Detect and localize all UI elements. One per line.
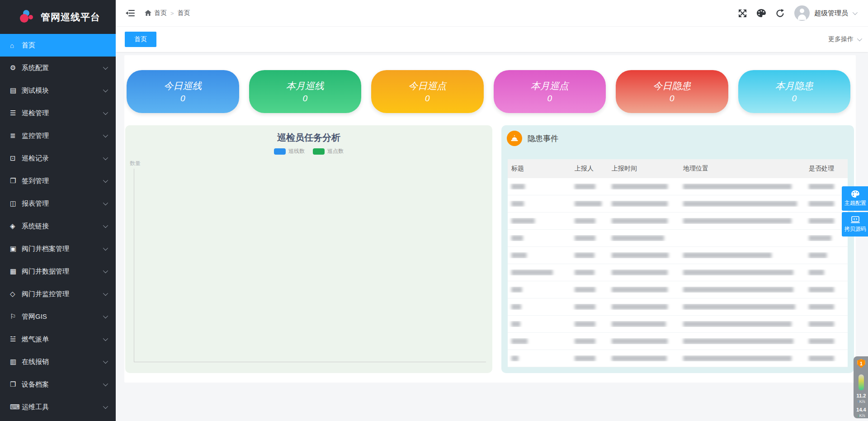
tab-bar: 首页 更多操作 bbox=[116, 27, 868, 52]
incident-table-row[interactable] bbox=[508, 350, 848, 367]
incident-table-row[interactable] bbox=[508, 195, 848, 213]
incident-cell-redacted bbox=[679, 304, 805, 310]
incident-cell-redacted bbox=[805, 270, 848, 275]
tab-home[interactable]: 首页 bbox=[125, 32, 156, 47]
sidebar-item[interactable]: ▤测试模块 bbox=[0, 79, 116, 102]
sidebar-item[interactable]: ☱燃气派单 bbox=[0, 328, 116, 350]
stat-card-label: 今日巡点 bbox=[408, 80, 446, 92]
incident-cell-redacted bbox=[679, 218, 805, 224]
incident-table-row[interactable] bbox=[508, 178, 848, 195]
legend-item[interactable]: 巡线数 bbox=[274, 147, 305, 155]
redacted-text-block bbox=[511, 252, 527, 258]
sidebar: 管网巡线平台 ⌂首页⚙系统配置▤测试模块☰巡检管理≣监控管理⊡巡检记录❐签到管理… bbox=[0, 0, 116, 421]
redacted-text-block bbox=[809, 201, 834, 207]
sidebar-item[interactable]: ▥在线报销 bbox=[0, 350, 116, 373]
redacted-text-block bbox=[683, 287, 793, 293]
upload-speed: 11.2 ↑K/s bbox=[857, 393, 866, 404]
user-menu[interactable]: 超级管理员 bbox=[794, 5, 856, 21]
incident-cell-redacted bbox=[608, 304, 679, 310]
incident-table-row[interactable] bbox=[508, 230, 848, 247]
redacted-text-block bbox=[575, 252, 594, 258]
incident-table-row[interactable] bbox=[508, 298, 848, 316]
app-root: 管网巡线平台 ⌂首页⚙系统配置▤测试模块☰巡检管理≣监控管理⊡巡检记录❐签到管理… bbox=[0, 0, 868, 421]
stat-card-value: 0 bbox=[670, 94, 675, 104]
sidebar-item-label: 阀门井档案管理 bbox=[22, 245, 103, 253]
stat-card-value: 0 bbox=[547, 94, 552, 104]
breadcrumb-home[interactable]: 首页 bbox=[145, 9, 167, 17]
sidebar-item[interactable]: ⌨运维工具 bbox=[0, 396, 116, 418]
chevron-down-icon bbox=[103, 246, 108, 251]
book-icon: ❐ bbox=[10, 177, 22, 185]
sidebar-item[interactable]: ◈系统链接 bbox=[0, 215, 116, 237]
content-area: 今日巡线0本月巡线0今日巡点0本月巡点0今日隐患0本月隐患0 巡检员任务分析 巡… bbox=[116, 52, 868, 421]
incident-cell-redacted bbox=[679, 338, 805, 344]
clipboard-icon: ▣ bbox=[10, 245, 22, 253]
sidebar-item-label: 阀门井监控管理 bbox=[22, 290, 103, 298]
sidebar-item[interactable]: ⊡巡检记录 bbox=[0, 147, 116, 170]
sidebar-item[interactable]: ⚐管网GIS bbox=[0, 305, 116, 328]
incident-table-row[interactable] bbox=[508, 264, 848, 281]
incident-table-row[interactable] bbox=[508, 213, 848, 230]
incident-cell-redacted bbox=[508, 235, 571, 241]
box-icon: ◇ bbox=[10, 290, 22, 298]
redacted-text-block bbox=[683, 304, 795, 310]
sidebar-item[interactable]: ◇阀门井监控管理 bbox=[0, 283, 116, 305]
redacted-text-block bbox=[683, 201, 797, 207]
sidebar-item[interactable]: ◫报表管理 bbox=[0, 192, 116, 215]
stat-card: 本月隐患0 bbox=[738, 70, 851, 113]
sidebar-item[interactable]: ≣监控管理 bbox=[0, 124, 116, 147]
redacted-text-block bbox=[683, 355, 792, 361]
incident-cell-redacted bbox=[508, 304, 571, 310]
legend-label: 巡点数 bbox=[327, 147, 344, 155]
chevron-down-icon bbox=[103, 200, 108, 205]
incident-cell-redacted bbox=[608, 235, 679, 241]
sidebar-item-label: 测试模块 bbox=[22, 86, 103, 95]
incident-table-row[interactable] bbox=[508, 281, 848, 298]
monitor-icon: ≣ bbox=[10, 132, 22, 140]
device-icon: ❒ bbox=[10, 380, 22, 388]
redacted-text-block bbox=[809, 235, 831, 241]
sidebar-item[interactable]: ▣阀门井档案管理 bbox=[0, 237, 116, 260]
stat-card: 本月巡点0 bbox=[494, 70, 606, 113]
redacted-text-block bbox=[683, 270, 793, 275]
net-speed-widget[interactable]: 1 11.2 ↑K/s 14.4 ↓K/s bbox=[854, 356, 868, 418]
incident-table-row[interactable] bbox=[508, 333, 848, 350]
sidebar-item-label: 阀门井数据管理 bbox=[22, 267, 103, 276]
sidebar-fold-icon[interactable] bbox=[126, 9, 135, 17]
fullscreen-icon[interactable] bbox=[738, 9, 747, 18]
chart-y-axis bbox=[134, 169, 134, 362]
sidebar-item-label: 运维工具 bbox=[22, 403, 103, 412]
home-icon: ⌂ bbox=[10, 42, 22, 49]
sidebar-item[interactable]: ⌂首页 bbox=[0, 34, 116, 57]
legend-item[interactable]: 巡点数 bbox=[313, 147, 344, 155]
redacted-text-block bbox=[612, 201, 668, 207]
incident-cell-redacted bbox=[679, 321, 805, 327]
more-operations-dropdown[interactable]: 更多操作 bbox=[828, 35, 861, 43]
theme-config-button[interactable]: 主题配置 bbox=[842, 186, 868, 211]
redacted-text-block bbox=[809, 252, 827, 258]
chevron-down-icon bbox=[103, 65, 108, 70]
incident-table-row[interactable] bbox=[508, 316, 848, 333]
inspector-task-chart-panel: 巡检员任务分析 巡线数巡点数 数量 bbox=[125, 125, 492, 373]
incident-table-row[interactable] bbox=[508, 247, 848, 264]
redacted-text-block bbox=[809, 355, 834, 361]
column-header: 标题 bbox=[508, 165, 571, 173]
redacted-text-block bbox=[511, 321, 520, 327]
code-copy-icon bbox=[851, 216, 860, 223]
logo-text: 管网巡线平台 bbox=[41, 11, 100, 24]
sidebar-item[interactable]: ☰巡检管理 bbox=[0, 102, 116, 124]
sidebar-item[interactable]: ⚙系统配置 bbox=[0, 57, 116, 79]
palette-icon[interactable] bbox=[757, 9, 766, 17]
redacted-text-block bbox=[575, 235, 595, 241]
breadcrumb-current: 首页 bbox=[178, 9, 190, 17]
chart-title: 巡检员任务分析 bbox=[125, 125, 492, 144]
sidebar-item-label: 管网GIS bbox=[22, 312, 103, 321]
incident-cell-redacted bbox=[571, 270, 608, 275]
sidebar-item[interactable]: ▦阀门井数据管理 bbox=[0, 260, 116, 283]
refresh-icon[interactable] bbox=[776, 9, 784, 18]
sidebar-item[interactable]: ❐签到管理 bbox=[0, 170, 116, 192]
sidebar-item[interactable]: ❒设备档案 bbox=[0, 373, 116, 396]
sidebar-item-label: 设备档案 bbox=[22, 380, 103, 389]
copy-source-button[interactable]: 拷贝源码 bbox=[842, 212, 868, 237]
redacted-text-block bbox=[809, 218, 834, 224]
